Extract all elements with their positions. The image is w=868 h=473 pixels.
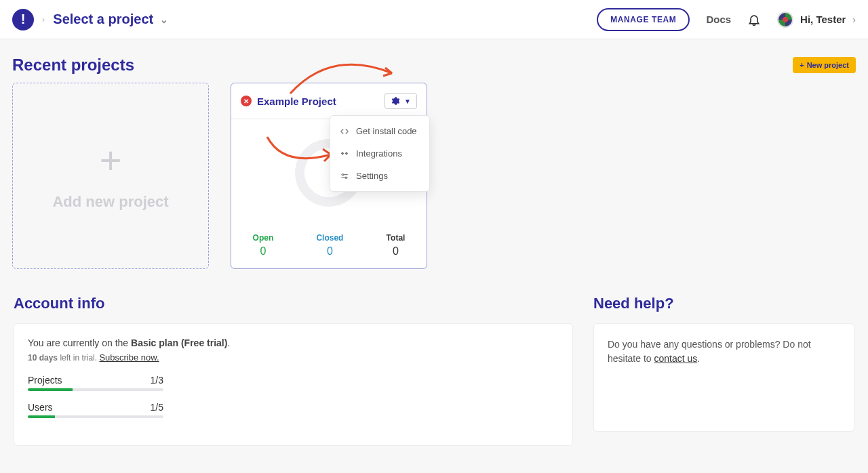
plug-icon bbox=[340, 149, 349, 159]
stat-total-value: 0 bbox=[387, 245, 406, 258]
lower-panels: Account info You are currently on the Ba… bbox=[12, 295, 856, 446]
trial-days: 10 days bbox=[28, 353, 58, 363]
dropdown-item-settings[interactable]: Settings bbox=[330, 165, 429, 187]
chevron-right-icon: › bbox=[852, 14, 856, 25]
sliders-icon bbox=[340, 171, 349, 181]
new-project-label: New project bbox=[807, 61, 849, 69]
plan-name: Basic plan (Free trial) bbox=[131, 337, 227, 348]
dropdown-settings-label: Settings bbox=[356, 171, 388, 181]
projects-value: 1/3 bbox=[151, 375, 163, 386]
stat-total: Total 0 bbox=[387, 233, 406, 258]
breadcrumb-chevron-icon: › bbox=[42, 14, 45, 24]
account-info-panel: You are currently on the Basic plan (Fre… bbox=[14, 323, 573, 446]
projects-usage-fill bbox=[28, 388, 73, 391]
dropdown-integrations-label: Integrations bbox=[356, 148, 402, 159]
chevron-down-icon: ⌄ bbox=[160, 14, 168, 25]
avatar-icon bbox=[777, 12, 793, 28]
user-menu[interactable]: Hi, Tester › bbox=[777, 12, 856, 28]
dropdown-item-integrations[interactable]: Integrations bbox=[330, 142, 429, 165]
recent-projects-title: Recent projects bbox=[12, 56, 134, 75]
stat-open-label: Open bbox=[253, 233, 274, 243]
svg-point-1 bbox=[345, 177, 347, 178]
stat-closed-value: 0 bbox=[316, 245, 343, 258]
gear-icon bbox=[391, 96, 400, 106]
app-logo-icon[interactable] bbox=[12, 9, 34, 30]
project-card-header: ✕ Example Project ▼ bbox=[231, 83, 427, 119]
help-text: Do you have any questions or problems? D… bbox=[608, 337, 840, 366]
project-name-label: Example Project bbox=[257, 96, 336, 107]
header-left: › Select a project ⌄ bbox=[12, 9, 168, 30]
project-stats: Open 0 Closed 0 Total 0 bbox=[231, 226, 427, 268]
stat-open: Open 0 bbox=[253, 233, 274, 258]
svg-point-0 bbox=[342, 173, 344, 175]
docs-link[interactable]: Docs bbox=[706, 14, 731, 25]
users-label: Users bbox=[28, 402, 53, 413]
help-text-after: . bbox=[697, 353, 700, 364]
trial-line: 10 days left in trial. Subscribe now. bbox=[28, 352, 559, 363]
stat-total-label: Total bbox=[387, 233, 406, 243]
stat-closed-label: Closed bbox=[316, 233, 343, 243]
add-project-card[interactable]: + Add new project bbox=[12, 83, 209, 269]
header-right: MANAGE TEAM Docs Hi, Tester › bbox=[597, 8, 856, 31]
stat-open-value: 0 bbox=[253, 245, 274, 258]
account-column: Account info You are currently on the Ba… bbox=[14, 295, 573, 446]
project-selector-label: Select a project bbox=[53, 12, 153, 27]
project-settings-button[interactable]: ▼ bbox=[384, 93, 417, 109]
plan-line: You are currently on the Basic plan (Fre… bbox=[28, 337, 559, 348]
help-text-before: Do you have any questions or problems? D… bbox=[608, 339, 811, 364]
need-help-title: Need help? bbox=[593, 295, 854, 312]
plan-prefix: You are currently on the bbox=[28, 337, 131, 348]
recent-header-row: Recent projects + New project bbox=[12, 56, 856, 75]
users-usage-bar bbox=[28, 415, 163, 418]
users-usage-fill bbox=[28, 415, 55, 418]
plan-suffix: . bbox=[227, 337, 230, 348]
users-value: 1/5 bbox=[151, 402, 163, 413]
trial-rest: left in trial. bbox=[58, 353, 99, 363]
app-header: › Select a project ⌄ MANAGE TEAM Docs Hi… bbox=[0, 0, 868, 39]
usage-projects: Projects 1/3 Users 1/5 bbox=[28, 375, 163, 418]
plus-icon: + bbox=[800, 61, 804, 69]
status-error-icon: ✕ bbox=[241, 96, 252, 106]
project-cards-row: + Add new project ✕ Example Project ▼ bbox=[12, 83, 856, 269]
stat-closed: Closed 0 bbox=[316, 233, 343, 258]
subscribe-link[interactable]: Subscribe now. bbox=[99, 352, 159, 363]
dropdown-install-label: Get install code bbox=[356, 126, 417, 136]
main-content: Recent projects + New project + Add new … bbox=[0, 39, 868, 446]
help-column: Need help? Do you have any questions or … bbox=[593, 295, 854, 446]
need-help-panel: Do you have any questions or problems? D… bbox=[593, 323, 854, 432]
new-project-button[interactable]: + New project bbox=[793, 57, 856, 73]
plus-large-icon: + bbox=[100, 142, 122, 180]
project-selector[interactable]: Select a project ⌄ bbox=[53, 12, 168, 27]
caret-down-icon: ▼ bbox=[404, 98, 411, 105]
project-settings-dropdown: Get install code Integrations Settings bbox=[330, 115, 430, 192]
projects-usage-bar bbox=[28, 388, 163, 391]
add-project-label: Add new project bbox=[52, 193, 168, 211]
user-greeting: Hi, Tester bbox=[800, 14, 846, 25]
manage-team-button[interactable]: MANAGE TEAM bbox=[597, 8, 690, 31]
dropdown-item-install-code[interactable]: Get install code bbox=[330, 120, 429, 142]
account-info-title: Account info bbox=[14, 295, 573, 312]
contact-us-link[interactable]: contact us bbox=[654, 353, 698, 364]
projects-label: Projects bbox=[28, 375, 62, 386]
notifications-bell-icon[interactable] bbox=[747, 13, 761, 26]
project-card-title[interactable]: ✕ Example Project bbox=[241, 96, 336, 107]
code-icon bbox=[340, 127, 349, 136]
